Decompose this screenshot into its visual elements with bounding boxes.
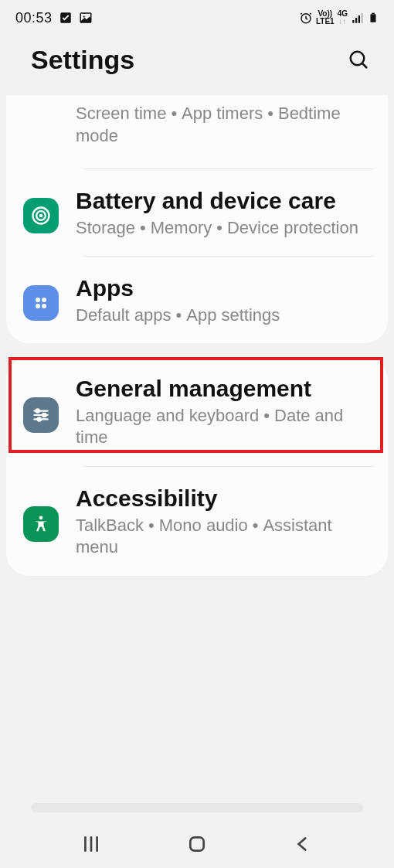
svg-point-24 — [38, 417, 41, 420]
row-text: Accessibility TalkBack•Mono audio•Assist… — [76, 484, 374, 559]
row-text: Battery and device care Storage•Memory•D… — [76, 186, 374, 239]
svg-point-14 — [40, 215, 42, 216]
row-subtitle: Default apps•App settings — [76, 305, 374, 327]
svg-point-22 — [36, 409, 39, 412]
row-subtitle: Language and keyboard•Date and time — [76, 405, 374, 449]
row-text: Apps Default apps•App settings — [76, 274, 374, 326]
home-icon[interactable] — [187, 834, 207, 854]
settings-card-2: General management Language and keyboard… — [6, 357, 388, 575]
status-bar-right: Vo)) LTE1 4G ↓↑ — [299, 9, 379, 26]
row-title: Battery and device care — [76, 186, 374, 216]
svg-rect-7 — [362, 13, 363, 23]
battery-icon — [368, 9, 379, 26]
status-time: 00:53 — [15, 10, 53, 26]
checkbox-icon — [59, 11, 73, 25]
settings-row-battery[interactable]: Battery and device care Storage•Memory•D… — [6, 169, 388, 256]
svg-rect-8 — [371, 14, 376, 22]
svg-rect-4 — [352, 20, 354, 23]
row-subtitle: TalkBack•Mono audio•Assistant menu — [76, 515, 374, 559]
alarm-icon — [299, 11, 313, 25]
network-indicator: 4G ↓↑ — [338, 10, 348, 26]
svg-point-25 — [39, 516, 43, 520]
status-bar: 00:53 Vo)) LTE1 4G ↓↑ — [0, 0, 394, 31]
header: Settings — [0, 31, 394, 95]
accessibility-icon — [23, 506, 59, 542]
settings-row-general[interactable]: General management Language and keyboard… — [6, 357, 388, 466]
scroll-indicator — [31, 803, 363, 812]
settings-row-apps[interactable]: Apps Default apps•App settings — [6, 257, 388, 343]
svg-point-16 — [42, 298, 46, 302]
battery-care-icon — [23, 198, 59, 233]
svg-line-11 — [362, 63, 367, 67]
row-text: General management Language and keyboard… — [76, 374, 374, 449]
page-title: Settings — [31, 45, 134, 75]
search-icon[interactable] — [348, 49, 371, 72]
back-icon[interactable] — [293, 834, 313, 854]
svg-point-17 — [36, 304, 40, 308]
svg-point-15 — [36, 298, 40, 302]
row-title: Apps — [76, 274, 374, 303]
svg-point-18 — [42, 304, 46, 308]
row-subtitle: Screen time•App timers•Bedtime mode — [76, 103, 374, 147]
svg-point-10 — [351, 51, 365, 65]
settings-row-accessibility[interactable]: Accessibility TalkBack•Mono audio•Assist… — [6, 467, 388, 576]
signal-icon — [351, 11, 365, 25]
row-title: General management — [76, 374, 374, 403]
svg-rect-6 — [358, 15, 360, 23]
svg-rect-29 — [190, 837, 203, 850]
sliders-icon — [23, 397, 59, 433]
svg-point-23 — [42, 414, 46, 417]
status-bar-left: 00:53 — [15, 10, 93, 26]
row-title: Accessibility — [76, 484, 374, 513]
volte-indicator: Vo)) LTE1 — [316, 10, 335, 26]
nav-bar — [0, 820, 394, 868]
row-text: Screen time•App timers•Bedtime mode — [76, 103, 374, 147]
recents-icon[interactable] — [81, 834, 101, 854]
svg-rect-5 — [355, 18, 357, 23]
settings-row-digital-wellbeing[interactable]: Screen time•App timers•Bedtime mode — [6, 95, 388, 168]
svg-rect-9 — [372, 13, 375, 15]
settings-card-1: Screen time•App timers•Bedtime mode Batt… — [6, 95, 388, 343]
row-subtitle: Storage•Memory•Device protection — [76, 217, 374, 240]
image-icon — [79, 11, 93, 25]
apps-icon — [23, 285, 59, 321]
svg-point-2 — [83, 15, 84, 17]
